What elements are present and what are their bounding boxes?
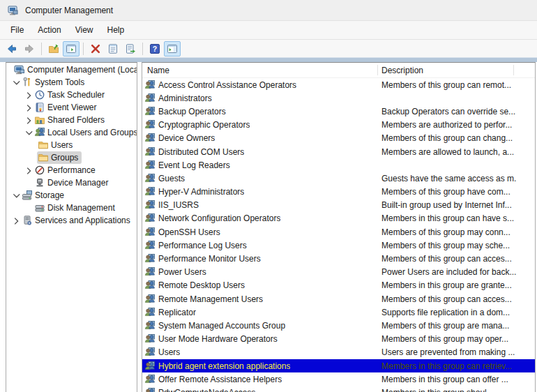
- properties-button[interactable]: [105, 41, 121, 56]
- list-row[interactable]: IIS_IUSRSBuilt-in group used by Internet…: [142, 199, 535, 212]
- column-header-name[interactable]: Name: [147, 66, 169, 75]
- group-icon: [144, 361, 156, 372]
- tree-item-body[interactable]: Shared Folders: [33, 114, 108, 126]
- tree-item-body[interactable]: Task Scheduler: [33, 89, 108, 101]
- chevron-right-icon[interactable]: [24, 116, 33, 125]
- toolbar-separator: [41, 43, 42, 55]
- tree-item-body[interactable]: Services and Applications: [21, 214, 134, 227]
- tree-item-body[interactable]: Device Manager: [33, 176, 112, 189]
- list-row[interactable]: User Mode Hardware OperatorsMembers of t…: [142, 333, 535, 346]
- group-description: Built-in group used by Internet Inf...: [381, 200, 517, 210]
- tree-item-system-tools[interactable]: System Tools: [6, 76, 137, 89]
- performance-icon: [34, 165, 45, 176]
- action-pane-button[interactable]: [164, 41, 181, 56]
- menu-view[interactable]: View: [68, 22, 100, 38]
- tree-item-performance[interactable]: Performance: [6, 164, 137, 176]
- tree-item-body[interactable]: Performance: [33, 164, 99, 176]
- chevron-down-icon[interactable]: [24, 128, 33, 137]
- group-description: Power Users are included for back...: [381, 267, 517, 277]
- list-row[interactable]: UsersUsers are prevented from making ...: [142, 346, 535, 359]
- menu-file[interactable]: File: [3, 22, 31, 38]
- shared-folders-icon: [34, 114, 45, 126]
- task-scheduler-icon: [34, 89, 45, 100]
- tree-item-shared-folders[interactable]: Shared Folders: [6, 114, 137, 126]
- column-separator[interactable]: [377, 65, 378, 75]
- tree-item-device-manager[interactable]: Device Manager: [6, 176, 137, 189]
- chevron-right-icon[interactable]: [24, 91, 33, 100]
- tree-item-body[interactable]: Local Users and Groups: [33, 126, 137, 139]
- chevron-down-icon[interactable]: [12, 78, 21, 87]
- list-row[interactable]: Cryptographic OperatorsMembers are autho…: [142, 119, 535, 132]
- group-name: Replicator: [158, 308, 196, 317]
- tree-selected-item[interactable]: Groups: [37, 151, 82, 164]
- list-row[interactable]: GuestsGuests have the same access as m..…: [142, 172, 535, 185]
- chevron-spacer: [24, 179, 33, 188]
- tree-item-computer-management-local[interactable]: Computer Management (Local: [6, 63, 137, 76]
- list-row[interactable]: Hyper-V AdministratorsMembers of this gr…: [142, 186, 535, 199]
- tree-item-services-and-applications[interactable]: Services and Applications: [6, 214, 137, 227]
- list-row[interactable]: Device OwnersMembers of this group can c…: [142, 132, 535, 145]
- list-row[interactable]: Event Log Readers: [142, 158, 535, 172]
- list-row[interactable]: Performance Monitor UsersMembers of this…: [142, 252, 535, 265]
- services-icon: [22, 215, 33, 226]
- list-row[interactable]: Administrators: [142, 91, 535, 105]
- help-button[interactable]: ?: [146, 41, 163, 56]
- chevron-right-icon[interactable]: [12, 216, 21, 225]
- tree-item-event-viewer[interactable]: Event Viewer: [6, 101, 137, 114]
- menu-help[interactable]: Help: [100, 22, 132, 38]
- tree-item-body[interactable]: Storage: [21, 189, 68, 202]
- group-description: Members of this group can remot...: [381, 80, 517, 90]
- chevron-down-icon[interactable]: [12, 191, 21, 200]
- title-bar: Computer Management: [0, 0, 537, 21]
- list-row[interactable]: Remote Management UsersMembers of this g…: [142, 292, 535, 306]
- group-name: IIS_IUSRS: [158, 200, 199, 210]
- group-name: Performance Log Users: [158, 241, 247, 250]
- list-row[interactable]: Power UsersPower Users are included for …: [142, 266, 535, 279]
- tree-item-body[interactable]: Event Viewer: [33, 101, 100, 114]
- console-tree-icon: [66, 43, 77, 54]
- tree-item-body[interactable]: System Tools: [21, 76, 88, 89]
- tree-item-groups[interactable]: Groups: [6, 151, 137, 164]
- list-row[interactable]: Access Control Assistance OperatorsMembe…: [142, 78, 535, 91]
- group-row-icon: [144, 280, 156, 291]
- tree-item-disk-management[interactable]: Disk Management: [6, 202, 137, 214]
- group-icon: [144, 320, 156, 331]
- tree-item-users[interactable]: Users: [6, 139, 137, 151]
- tree-item-body[interactable]: Disk Management: [33, 202, 119, 214]
- console-tree-button[interactable]: [63, 41, 80, 56]
- menu-action[interactable]: Action: [31, 22, 68, 38]
- group-icon: [144, 186, 156, 197]
- delete-button[interactable]: [87, 41, 104, 56]
- list-row[interactable]: Performance Log UsersMembers of this gro…: [142, 239, 535, 252]
- forward-button[interactable]: [21, 41, 38, 56]
- group-row-icon: [144, 266, 156, 278]
- chevron-right-icon[interactable]: [24, 103, 33, 112]
- tree-item-local-users-and-groups[interactable]: Local Users and Groups: [6, 126, 137, 139]
- export-list-button[interactable]: [122, 41, 139, 56]
- chevron-right-icon: [24, 103, 33, 112]
- list-row[interactable]: OpenSSH UsersMembers of this group may c…: [142, 225, 535, 239]
- tree-item-storage[interactable]: Storage: [6, 189, 137, 202]
- tree-item-body[interactable]: Computer Management (Local: [13, 63, 137, 76]
- computer-icon: [14, 64, 25, 75]
- toolbar-separator: [142, 43, 143, 55]
- column-separator[interactable]: [513, 65, 514, 75]
- chevron-right-icon[interactable]: [24, 166, 33, 175]
- list-row[interactable]: Network Configuration OperatorsMembers i…: [142, 212, 535, 225]
- tree-item-task-scheduler[interactable]: Task Scheduler: [6, 89, 137, 101]
- back-button[interactable]: [3, 41, 20, 56]
- list-row[interactable]: System Managed Accounts GroupMembers of …: [142, 319, 535, 332]
- tree-item-body[interactable]: Users: [37, 139, 76, 151]
- list-row[interactable]: Offer Remote Assistance HelpersMembers i…: [142, 372, 535, 386]
- list-row[interactable]: PdwComputeNodeAccessMembers in this grou…: [142, 386, 535, 392]
- group-description: Members in this group shoul: [381, 388, 517, 392]
- list-row[interactable]: ReplicatorSupports file replication in a…: [142, 306, 535, 319]
- list-row-selected[interactable]: Hybrid agent extension applicationsMembe…: [142, 359, 535, 372]
- list-row[interactable]: Backup OperatorsBackup Operators can ove…: [142, 105, 535, 118]
- up-level-button[interactable]: [45, 41, 62, 56]
- list-row[interactable]: Distributed COM UsersMembers are allowed…: [142, 145, 535, 158]
- group-row-icon: [144, 160, 156, 171]
- column-header-description[interactable]: Description: [381, 66, 423, 75]
- list-row[interactable]: Remote Desktop UsersMembers in this grou…: [142, 279, 535, 292]
- tree-item-label: Shared Folders: [47, 115, 105, 125]
